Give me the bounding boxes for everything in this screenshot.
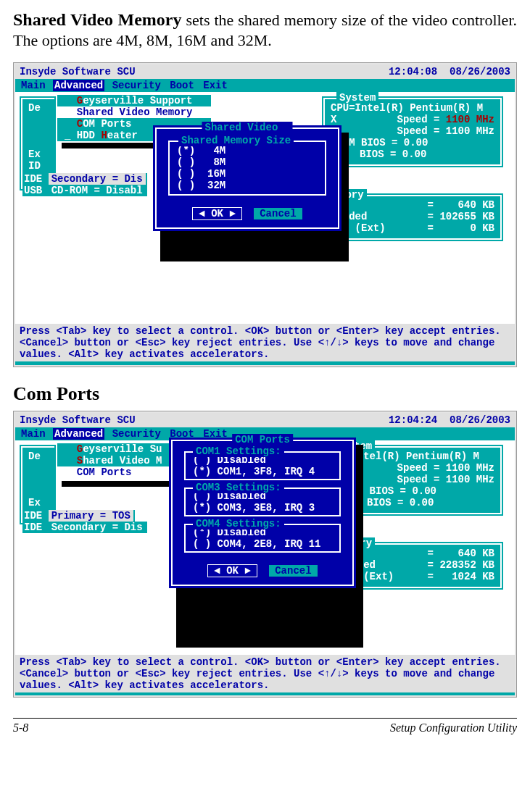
row-primary: Primary = TOS [49, 510, 133, 522]
bios-screenshot-2: Insyde Software SCU 12:04:24 08/26/2003 … [13, 411, 517, 698]
menu-boot[interactable]: Boot [168, 80, 196, 91]
help-bar: Press <Tab> key to select a control. <OK… [15, 324, 515, 361]
menu-main[interactable]: Main [20, 428, 47, 440]
com3-title: COM3 Settings: [193, 482, 284, 493]
label-ide2: IDE [24, 522, 42, 533]
speed-1: 1100 MHz [446, 114, 494, 125]
com3-3e8[interactable]: (*) COM3, 3E8, IRQ 3 [193, 502, 332, 514]
mem-base: 640 KB [458, 548, 494, 559]
ok-button[interactable]: OK [192, 207, 241, 220]
com4-2e8[interactable]: ( ) COM4, 2E8, IRQ 11 [193, 538, 332, 550]
page-number: 5-8 [13, 721, 28, 734]
speed-2: Speed = 1100 MHz [345, 474, 494, 485]
help-bar: Press <Tab> key to select a control. <OK… [15, 655, 515, 692]
mem-base: 640 KB [458, 199, 494, 211]
menu-main[interactable]: Main [20, 80, 47, 91]
dropdown-shadow [62, 481, 176, 487]
menu-security[interactable]: Security [111, 428, 162, 440]
mem-ext: = 228352 KB [376, 559, 494, 571]
opt-8m[interactable]: ( ) 8M [177, 156, 318, 168]
menu-security[interactable]: Security [111, 80, 162, 91]
memory-panel: mory se= 640 KB tended= 102655 KB che (E… [322, 193, 503, 241]
label-ex: Ex [28, 497, 49, 508]
system-cpu: =Intel(R) Pentium(R) M [345, 451, 494, 462]
group-title: Shared Memory Size [178, 135, 294, 146]
label-ide: IDE [24, 510, 42, 522]
system-cpu: CPU=Intel(R) Pentium(R) M [331, 102, 494, 114]
com-ports-dialog: COM Ports COM1 Settings: ( ) Disabled (*… [169, 438, 356, 589]
label-de: De [28, 102, 49, 114]
row-secondary: Secondary = Dis [49, 173, 146, 185]
row-cdrom: CD-ROM = Disabl [49, 185, 146, 196]
menu-advanced[interactable]: Advanced [53, 428, 104, 440]
menu-item-com-ports[interactable]: COM Ports [57, 466, 169, 478]
system-title: System [336, 92, 378, 104]
advanced-dropdown[interactable]: Geyserville Su Shared Video M COM Ports [56, 442, 170, 480]
opt-16m[interactable]: ( ) 16M [177, 168, 318, 180]
page-footer: 5-8 Setup Configuration Utility [13, 718, 517, 734]
com4-title: COM4 Settings: [193, 518, 284, 530]
titlebar: Insyde Software SCU 12:04:24 08/26/2003 [15, 413, 515, 427]
menu-exit[interactable]: Exit [202, 80, 229, 91]
menu-advanced[interactable]: Advanced [53, 80, 104, 91]
com1-3f8[interactable]: (*) COM1, 3F8, IRQ 4 [193, 466, 332, 477]
footer-label: Setup Configuration Utility [390, 721, 517, 734]
opt-32m[interactable]: ( ) 32M [177, 180, 318, 191]
ok-button[interactable]: OK [207, 564, 257, 577]
clock-time: 12:04:08 [389, 66, 437, 78]
menu-item-geyserville[interactable]: Geyserville Support [57, 95, 211, 106]
bios-screenshot-1: Insyde Software SCU 12:04:08 08/26/2003 … [13, 62, 517, 367]
cancel-button[interactable]: Cancel [269, 565, 317, 577]
clock-time: 12:04:24 [389, 414, 437, 426]
label-de: De [28, 451, 49, 462]
menu-item-shared-video[interactable]: Shared Video M [57, 455, 169, 466]
system-panel: System CPU=Intel(R) Pentium(R) M XSpeed … [322, 96, 503, 167]
opt-4m[interactable]: (*) 4M [177, 145, 318, 156]
titlebar: Insyde Software SCU 12:04:08 08/26/2003 [15, 64, 515, 79]
mem-cache: 1024 KB [452, 571, 494, 582]
label-ide: IDE [24, 173, 42, 185]
speed-1: Speed = 1100 MHz [345, 462, 494, 474]
shared-video-memory-dialog: Shared Video Memory Shared Memory Size (… [153, 125, 341, 231]
menubar[interactable]: Main Advanced Security Boot Exit [15, 79, 515, 92]
label-usb: USB [24, 185, 42, 196]
mem-cache: 0 KB [470, 222, 494, 234]
bios-row: BIOS = 0.00 [345, 497, 494, 508]
bios-row: BIOS = 0.00 [331, 148, 494, 160]
mem-ext: = 102655 KB [367, 211, 494, 222]
intro-paragraph: Shared Video Memory sets the shared memo… [13, 9, 517, 51]
label-id: ID [28, 160, 49, 172]
com-ports-heading: Com Ports [13, 383, 517, 405]
label-ex: Ex [28, 148, 49, 160]
system-bios-row: STEM BIOS = 0.00 [331, 137, 494, 148]
intro-bold: Shared Video Memory [13, 10, 182, 29]
title: Insyde Software SCU [20, 414, 136, 426]
row-secondary: Secondary = Dis [49, 522, 146, 533]
com1-title: COM1 Settings: [193, 445, 284, 457]
menu-item-shared-video-memory[interactable]: Shared Video Memory [57, 106, 211, 118]
cancel-button[interactable]: Cancel [254, 208, 302, 219]
system-bios-row: TEM BIOS = 0.00 [345, 485, 494, 497]
dialog-title: COM Ports [232, 434, 293, 445]
speed-2: Speed = 1100 MHz [336, 125, 494, 137]
menu-item-geyserville[interactable]: Geyserville Su [57, 443, 169, 455]
clock-date: 08/26/2003 [450, 414, 510, 426]
clock-date: 08/26/2003 [450, 66, 510, 78]
title: Insyde Software SCU [20, 66, 136, 78]
